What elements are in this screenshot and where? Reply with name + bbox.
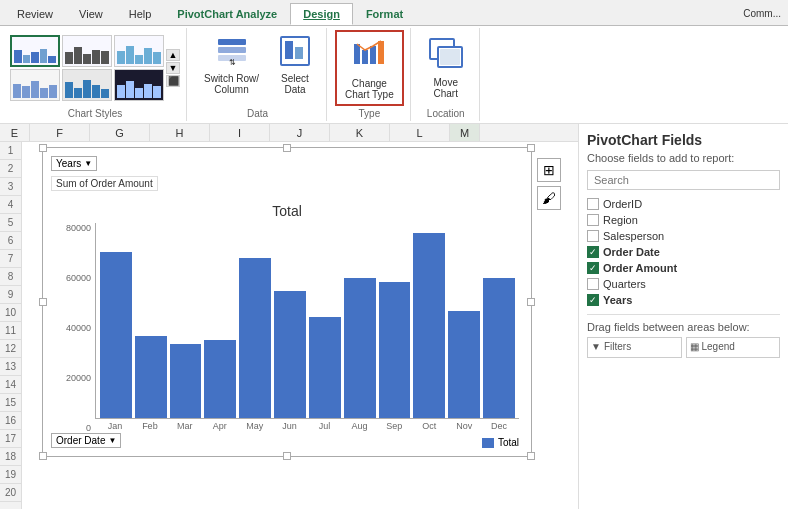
- move-chart-label: MoveChart: [434, 77, 458, 99]
- change-chart-type-icon: [351, 36, 387, 76]
- chart-style-icon[interactable]: 🖌: [537, 186, 561, 210]
- col-header-M: M: [450, 124, 480, 141]
- scroll-down-arrow[interactable]: ▼: [166, 62, 180, 74]
- tab-help[interactable]: Help: [116, 3, 165, 25]
- ribbon-tab-bar: Review View Help PivotChart Analyze Desi…: [0, 0, 788, 26]
- checkbox-order-amount[interactable]: ✓: [587, 262, 599, 274]
- select-data-label: SelectData: [281, 73, 309, 95]
- field-salesperson: Salesperson: [587, 228, 780, 244]
- checkbox-region[interactable]: [587, 214, 599, 226]
- chart-container[interactable]: Years ▼ Sum of Order Amount Total 80000 …: [42, 147, 532, 457]
- tab-comm[interactable]: Comm...: [730, 3, 788, 25]
- orderdate-filter-label: Order Date: [56, 435, 105, 446]
- field-region-label: Region: [603, 214, 638, 226]
- switch-row-column-button[interactable]: ⇅ Switch Row/Column: [195, 30, 268, 100]
- chart-handle-bm[interactable]: [283, 452, 291, 460]
- bar-may[interactable]: [239, 258, 271, 418]
- chart-layout-icon[interactable]: ⊞: [537, 158, 561, 182]
- checkbox-salesperson[interactable]: [587, 230, 599, 242]
- chart-side-icons: ⊞ 🖌: [537, 158, 561, 210]
- pivot-areas: ▼ Filters ▦ Legend: [587, 337, 780, 358]
- bar-dec[interactable]: [483, 278, 515, 418]
- svg-rect-5: [285, 41, 293, 59]
- scroll-up-arrow[interactable]: ▲: [166, 49, 180, 61]
- tab-format[interactable]: Format: [353, 3, 416, 25]
- bar-jul[interactable]: [309, 317, 341, 418]
- legend-color: [482, 438, 494, 448]
- bar-nov[interactable]: [448, 311, 480, 418]
- chart-thumb-5[interactable]: [62, 69, 112, 101]
- checkbox-years[interactable]: ✓: [587, 294, 599, 306]
- orderdate-dropdown-icon[interactable]: ▼: [108, 436, 116, 445]
- chart-title: Total: [55, 203, 519, 219]
- chart-styles-label: Chart Styles: [68, 108, 122, 119]
- row-numbers: 1 2 3 4 5 6 7 8 9 10 11 12 13 14 15 16 1…: [0, 142, 22, 509]
- legend-label: Total: [498, 437, 519, 448]
- field-order-date-label: Order Date: [603, 246, 660, 258]
- years-filter-button[interactable]: Years ▼: [51, 156, 97, 171]
- pivot-panel-title: PivotChart Fields: [587, 132, 780, 148]
- data-group: ⇅ Switch Row/Column SelectData: [189, 28, 327, 121]
- pivot-area-filters[interactable]: ▼ Filters: [587, 337, 682, 358]
- pivot-area-legend[interactable]: ▦ Legend: [686, 337, 781, 358]
- col-header-F: F: [30, 124, 90, 141]
- change-chart-type-label: ChangeChart Type: [345, 78, 394, 100]
- bars-container: [95, 223, 519, 419]
- chart-thumb-3[interactable]: [114, 35, 164, 67]
- filters-label: Filters: [604, 341, 631, 352]
- chart-thumb-4[interactable]: [10, 69, 60, 101]
- pivot-panel-subtitle: Choose fields to add to report:: [587, 152, 780, 164]
- data-group-label: Data: [247, 108, 268, 119]
- field-region: Region: [587, 212, 780, 228]
- svg-rect-0: [218, 39, 246, 45]
- bar-mar[interactable]: [170, 344, 202, 418]
- tab-design[interactable]: Design: [290, 3, 353, 25]
- select-data-button[interactable]: SelectData: [270, 30, 320, 100]
- orderdate-filter-button[interactable]: Order Date ▼: [51, 433, 121, 448]
- years-dropdown-icon[interactable]: ▼: [84, 159, 92, 168]
- chart-handle-mr[interactable]: [527, 298, 535, 306]
- legend-series-label: Legend: [702, 341, 735, 352]
- tab-pivotchart-analyze[interactable]: PivotChart Analyze: [164, 3, 290, 25]
- col-header-L: L: [390, 124, 450, 141]
- pivot-fields-list: OrderID Region Salesperson ✓ Order Date …: [587, 196, 780, 308]
- checkbox-quarters[interactable]: [587, 278, 599, 290]
- switch-row-col-label: Switch Row/Column: [204, 73, 259, 95]
- col-header-H: H: [150, 124, 210, 141]
- change-chart-type-button[interactable]: ChangeChart Type: [335, 30, 404, 106]
- checkbox-order-date[interactable]: ✓: [587, 246, 599, 258]
- bar-feb[interactable]: [135, 336, 167, 418]
- chart-yaxis: 80000 60000 40000 20000 0: [55, 223, 95, 433]
- pivot-search-input[interactable]: [587, 170, 780, 190]
- bar-apr[interactable]: [204, 340, 236, 418]
- bar-jun[interactable]: [274, 291, 306, 418]
- field-orderid: OrderID: [587, 196, 780, 212]
- checkbox-orderid[interactable]: [587, 198, 599, 210]
- svg-rect-10: [378, 41, 384, 64]
- chart-thumb-1[interactable]: [10, 35, 60, 67]
- ribbon-content: ▲ ▼ ⬛ Chart Styles ⇅: [0, 26, 788, 123]
- scroll-more-arrow[interactable]: ⬛: [166, 75, 180, 87]
- chart-thumb-6[interactable]: [114, 69, 164, 101]
- sheet-rows: 1 2 3 4 5 6 7 8 9 10 11 12 13 14 15 16 1…: [0, 142, 578, 509]
- svg-text:⇅: ⇅: [228, 58, 235, 67]
- tab-review[interactable]: Review: [4, 3, 66, 25]
- chart-handle-br[interactable]: [527, 452, 535, 460]
- bar-sep[interactable]: [379, 282, 411, 419]
- chart-handle-tl[interactable]: [39, 144, 47, 152]
- chart-handle-ml[interactable]: [39, 298, 47, 306]
- chart-thumb-2[interactable]: [62, 35, 112, 67]
- field-order-amount-label: Order Amount: [603, 262, 677, 274]
- field-order-date: ✓ Order Date: [587, 244, 780, 260]
- move-chart-button[interactable]: MoveChart: [419, 30, 473, 104]
- chart-handle-bl[interactable]: [39, 452, 47, 460]
- bar-oct[interactable]: [413, 233, 445, 418]
- chart-handle-tr[interactable]: [527, 144, 535, 152]
- switch-icon: ⇅: [216, 35, 248, 71]
- bar-aug[interactable]: [344, 278, 376, 418]
- chart-handle-tm[interactable]: [283, 144, 291, 152]
- bar-jan[interactable]: [100, 252, 132, 418]
- tab-view[interactable]: View: [66, 3, 116, 25]
- move-chart-icon: [428, 35, 464, 75]
- chart-thumb-row-1: [10, 35, 164, 67]
